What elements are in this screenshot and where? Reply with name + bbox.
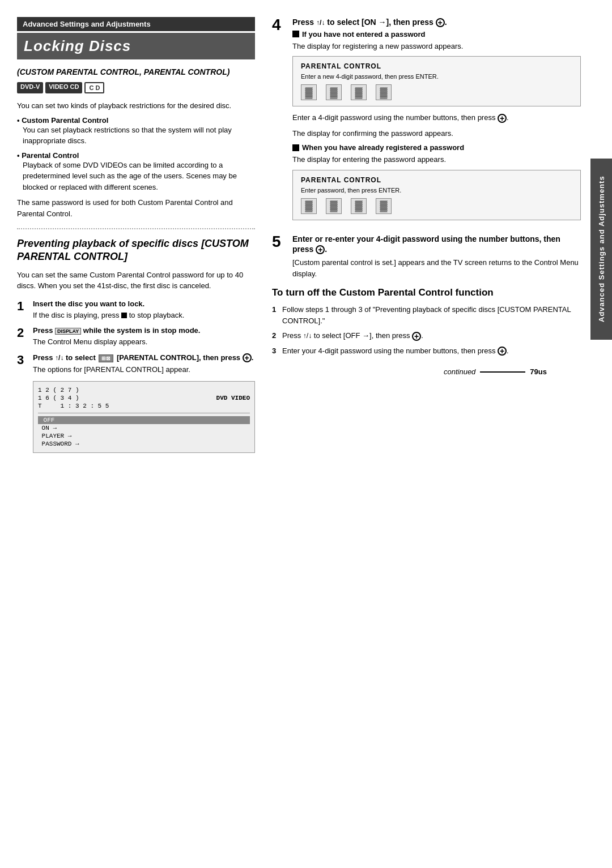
step-4: 4 Press ↑/↓ to select [ON →], then press… [272, 17, 581, 226]
no-password-desc: The display for registering a new passwo… [292, 41, 581, 52]
step-3-desc: The options for [PARENTAL CONTROL] appea… [33, 364, 255, 375]
turn-off-heading: To turn off the Custom Parental Control … [272, 287, 581, 298]
pw-dot-3: ▓ [351, 84, 367, 100]
bullet-custom: • Custom Parental Control You can set pl… [17, 116, 255, 147]
step-3-content: Press ↑/↓ to select ⊞⊠ [PARENTAL CONTROL… [33, 353, 255, 375]
turn-off-step-3-text: Enter your 4-digit password using the nu… [282, 345, 509, 357]
step-1: 1 Insert the disc you want to lock. If t… [17, 300, 255, 321]
menu-divider [38, 413, 250, 413]
menu-item-password: PASSWORD → [38, 440, 250, 448]
menu-dvd-label: DVD VIDEO [216, 395, 250, 401]
step-2-desc: The Control Menu display appears. [33, 336, 255, 348]
updown-arrow-icon: ↑/↓ [55, 354, 63, 362]
section-divider [17, 228, 255, 229]
sidebar-tab: Advanced Settings and Adjustments [590, 159, 612, 340]
has-password-heading: When you have already registered a passw… [292, 143, 581, 152]
parental-box-new-title: PARENTAL CONTROL [301, 62, 572, 70]
enter-icon-off3: + [498, 347, 507, 356]
has-password-label: When you have already registered a passw… [302, 143, 464, 152]
updown-arrow-icon-off: ↑/↓ [303, 332, 312, 340]
menu-time-2: 1 6 ( 3 4 ) [38, 394, 216, 402]
enter-icon-4: + [436, 18, 445, 27]
pw-dot-2: ▓ [326, 84, 342, 100]
bullet-parental-text: Playback of some DVD VIDEOs can be limit… [23, 160, 255, 193]
pw-dot-4: ▓ [376, 84, 392, 100]
parental-box-existing: PARENTAL CONTROL Enter password, then pr… [292, 170, 581, 220]
enter-note: Enter a 4-digit password using the numbe… [292, 112, 581, 123]
no-password-heading: If you have not entered a password [292, 30, 581, 39]
locking-discs-header: Locking Discs [17, 33, 255, 59]
advanced-settings-header: Advanced Settings and Adjustments [17, 17, 255, 31]
step-5-num: 5 [272, 234, 292, 250]
step-1-num: 1 [17, 300, 33, 313]
pw-dot-e-2: ▓ [326, 198, 342, 214]
continued-footer: continued 79us [272, 367, 581, 376]
password-dots-new: ▓ ▓ ▓ ▓ [301, 84, 572, 100]
menu-timecodes: 1 2 ( 2 7 ) 1 6 ( 3 4 ) T 1 : 3 2 : 5 5 [38, 386, 216, 410]
format-badges: DVD-V VIDEO CD C D [17, 82, 255, 93]
display-icon: DISPLAY [55, 328, 81, 335]
badge-video-cd: VIDEO CD [45, 82, 82, 93]
intro-text: You can set two kinds of playback restri… [17, 100, 255, 112]
step-1-content: Insert the disc you want to lock. If the… [33, 300, 255, 321]
page-number: 79us [530, 367, 547, 376]
step-3: 3 Press ↑/↓ to select ⊞⊠ [PARENTAL CONTR… [17, 353, 255, 375]
turn-off-step-1-text: Follow steps 1 through 3 of "Preventing … [282, 304, 581, 326]
no-password-label: If you have not entered a password [302, 30, 425, 39]
parental-box-new-sub: Enter a new 4-digit password, then press… [301, 73, 572, 80]
stop-icon [121, 313, 127, 318]
has-password-desc: The display for entering the password ap… [292, 154, 581, 165]
step-5-desc: [Custom parental control is set.] appear… [292, 257, 581, 279]
badge-cd: C D [84, 82, 104, 93]
step-3-num: 3 [17, 353, 33, 367]
control-menu-box: 1 2 ( 2 7 ) 1 6 ( 3 4 ) T 1 : 3 2 : 5 5 … [33, 381, 255, 453]
bullet-custom-text: You can set playback restrictions so tha… [23, 125, 255, 147]
turn-off-section: To turn off the Custom Parental Control … [272, 287, 581, 356]
enter-icon-off: + [412, 332, 421, 341]
turn-off-step-2: 2 Press ↑/↓ to select [OFF →], then pres… [272, 330, 581, 341]
confirm-note: The display for confirming the password … [292, 128, 581, 139]
password-dots-existing: ▓ ▓ ▓ ▓ [301, 198, 572, 214]
step-3-title: Press ↑/↓ to select ⊞⊠ [PARENTAL CONTROL… [33, 353, 255, 363]
right-column: 4 Press ↑/↓ to select [ON →], then press… [266, 17, 581, 453]
bullet-parental: • Parental Control Playback of some DVD … [17, 151, 255, 193]
enter-icon-5: + [316, 245, 325, 254]
pw-dot-e-3: ▓ [351, 198, 367, 214]
turn-off-step-2-num: 2 [272, 330, 282, 341]
turn-off-step-2-text: Press ↑/↓ to select [OFF →], then press … [282, 330, 423, 341]
step-5: 5 Enter or re-enter your 4-digit passwor… [272, 234, 581, 279]
step-4-title: Press ↑/↓ to select [ON →], then press +… [292, 17, 581, 28]
menu-time-1: 1 2 ( 2 7 ) [38, 386, 216, 394]
menu-time-3: T 1 : 3 2 : 5 5 [38, 402, 216, 410]
turn-off-step-3-num: 3 [272, 345, 282, 357]
left-column: Advanced Settings and Adjustments Lockin… [17, 17, 266, 453]
badge-dvd-v: DVD-V [17, 82, 43, 93]
pw-dot-1: ▓ [301, 84, 317, 100]
black-square-icon-2 [292, 144, 299, 151]
parental-box-new: PARENTAL CONTROL Enter a new 4-digit pas… [292, 56, 581, 106]
same-password-note: The same password is used for both Custo… [17, 197, 255, 219]
step-4-num: 4 [272, 17, 292, 33]
pw-dot-e-4: ▓ [376, 198, 392, 214]
turn-off-step-1-num: 1 [272, 304, 282, 315]
step-5-title: Enter or re-enter your 4-digit password … [292, 234, 581, 254]
parental-box-existing-sub: Enter password, then press ENTER. [301, 187, 572, 194]
turn-off-step-3: 3 Enter your 4-digit password using the … [272, 345, 581, 357]
enter-icon-3: + [243, 353, 252, 362]
section1-intro: You can set the same Custom Parental Con… [17, 270, 255, 292]
step-1-title: Insert the disc you want to lock. [33, 300, 255, 308]
parental-box-existing-title: PARENTAL CONTROL [301, 176, 572, 184]
pw-dot-e-1: ▓ [301, 198, 317, 214]
step-4-content: Press ↑/↓ to select [ON →], then press +… [292, 17, 581, 226]
step-2-title: Press DISPLAY while the system is in sto… [33, 326, 255, 335]
step-2: 2 Press DISPLAY while the system is in s… [17, 326, 255, 348]
black-square-icon-1 [292, 31, 299, 37]
menu-item-player: PLAYER → [38, 432, 250, 440]
updown-arrow-icon-4: ↑/↓ [316, 19, 325, 27]
enter-icon-note: + [498, 114, 507, 123]
subtitle: (CUSTOM PARENTAL CONTROL, PARENTAL CONTR… [17, 67, 255, 76]
parental-icon: ⊞⊠ [99, 354, 113, 362]
menu-item-on: ON → [38, 424, 250, 432]
continued-line [480, 371, 525, 373]
turn-off-step-1: 1 Follow steps 1 through 3 of "Preventin… [272, 304, 581, 326]
